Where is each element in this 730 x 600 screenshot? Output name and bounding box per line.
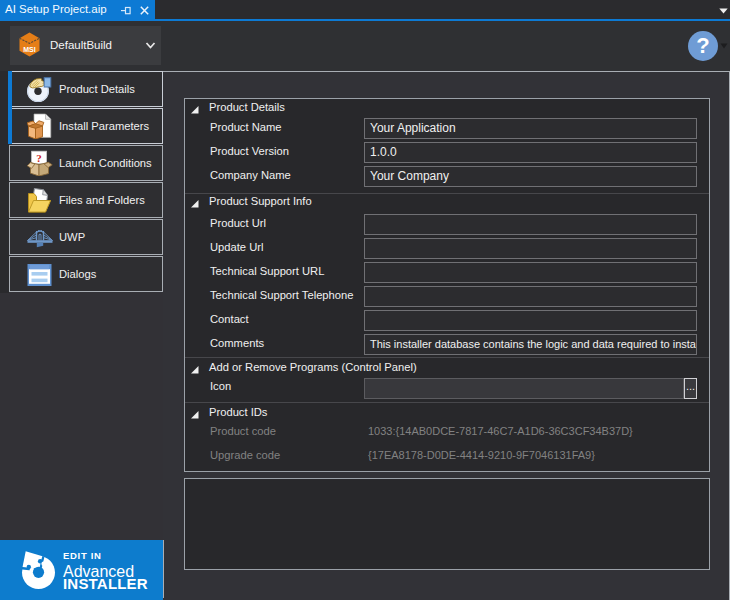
svg-text:MSI: MSI [23, 46, 36, 53]
svg-text:?: ? [36, 152, 42, 164]
